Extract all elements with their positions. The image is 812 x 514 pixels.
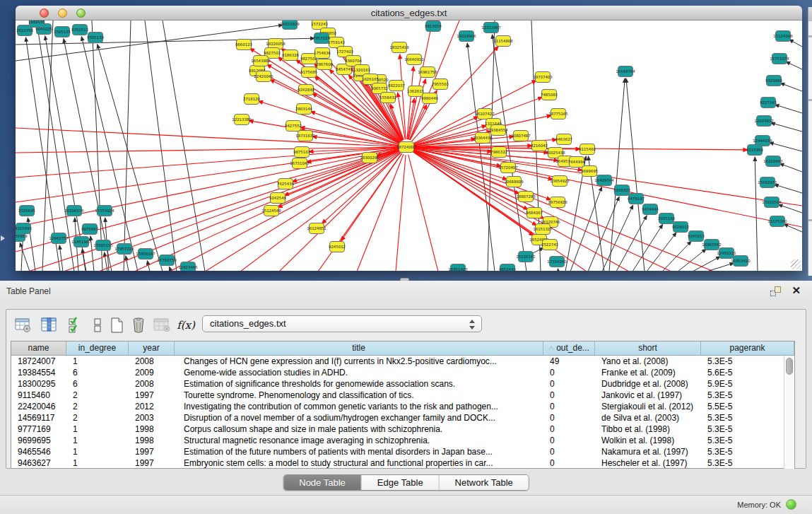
table-row[interactable]: 1456911722003Disruption of a novel membe… (11, 412, 794, 424)
graph-edge[interactable] (616, 216, 647, 271)
graph-edge[interactable] (98, 45, 163, 271)
column-header-pagerank[interactable]: pagerank (701, 341, 794, 356)
graph-node[interactable]: 15720407 (498, 163, 517, 173)
graph-edge[interactable] (90, 236, 94, 271)
graph-node[interactable]: 9115460 (579, 144, 596, 155)
graph-node[interactable]: 17016504 (762, 197, 782, 208)
graph-node[interactable]: 12923446 (178, 262, 198, 271)
column-header-out-de-[interactable]: out_de... (543, 341, 595, 356)
graph-node[interactable]: 9175685 (300, 67, 317, 78)
resize-grip-icon[interactable] (791, 259, 801, 269)
table-row[interactable]: 969969511998Structural magnetic resonanc… (11, 435, 794, 446)
graph-edge[interactable] (170, 151, 399, 271)
graph-node[interactable]: 1558432 (379, 93, 396, 103)
graph-node[interactable]: 18807293 (516, 192, 535, 202)
graph-node[interactable]: 2867608 (316, 59, 334, 70)
graph-node[interactable]: 11154808 (493, 36, 513, 47)
graph-edge[interactable] (396, 155, 406, 271)
graph-node[interactable]: 9245012 (329, 242, 346, 252)
graph-edge[interactable] (488, 21, 495, 271)
column-header-year[interactable]: year (129, 341, 175, 356)
graph-node[interactable]: 9463627 (555, 134, 572, 145)
tab-node-table[interactable]: Node Table (283, 475, 362, 490)
graph-node[interactable]: 18731632 (295, 131, 314, 141)
table-row[interactable]: 1938455462009Genome-wide association stu… (11, 367, 794, 378)
table-row[interactable]: 1872400712008Changes of HCN gene express… (11, 356, 794, 367)
graph-node[interactable]: 16782759 (157, 255, 177, 266)
close-panel-icon[interactable]: ✕ (792, 284, 801, 297)
graph-node[interactable]: 17957223 (114, 244, 134, 255)
graph-node[interactable]: 19756928 (548, 197, 567, 208)
graph-node[interactable]: 9245013 (688, 231, 705, 242)
graph-node[interactable]: 1362615 (407, 86, 424, 97)
graph-edge[interactable] (413, 151, 544, 218)
graph-node[interactable]: 6479197 (628, 194, 645, 204)
graph-edge[interactable] (357, 154, 404, 271)
graph-node[interactable]: 16543882 (251, 56, 270, 66)
graph-node[interactable]: 18300295 (360, 153, 379, 163)
delete-table-icon[interactable] (153, 315, 172, 335)
graph-node[interactable]: 7857224 (313, 33, 331, 44)
graph-node[interactable]: 7644994 (568, 157, 586, 168)
graph-node[interactable]: 1754636 (314, 48, 331, 59)
float-panel-icon[interactable] (770, 286, 781, 296)
graph-node[interactable]: 9875103 (293, 147, 310, 158)
table-row[interactable]: 2242004622012Investigating the contribut… (11, 401, 794, 412)
graph-edge[interactable] (786, 62, 802, 69)
network-graph[interactable]: 1872400786601231822605898275038912955165… (16, 21, 802, 271)
graph-edge[interactable] (770, 143, 802, 151)
new-table-icon[interactable] (107, 315, 127, 335)
graph-edge[interactable] (532, 247, 543, 253)
graph-node[interactable]: 13505135 (93, 240, 112, 251)
graph-edge[interactable] (775, 105, 802, 113)
graph-node[interactable]: 16107427 (475, 109, 494, 119)
graph-node[interactable]: 7485083 (541, 90, 558, 100)
graph-node[interactable]: 17359924 (95, 206, 114, 216)
graph-edge[interactable] (59, 245, 63, 271)
select-rows-icon[interactable] (66, 315, 86, 335)
graph-node[interactable]: 9505139 (87, 33, 105, 43)
graph-node-hub[interactable]: 18724007 (396, 142, 416, 153)
window-titlebar[interactable]: citations_edges.txt (16, 6, 802, 21)
graph-node[interactable]: 12942757 (49, 233, 68, 244)
graph-edge[interactable] (771, 123, 802, 132)
graph-edge[interactable] (16, 148, 399, 202)
graph-edge[interactable] (341, 153, 402, 241)
graph-node[interactable]: 8822037 (388, 81, 405, 91)
memory-status-indicator[interactable] (786, 499, 796, 510)
graph-edge[interactable] (755, 157, 758, 271)
graph-node[interactable]: 12213987 (481, 23, 500, 33)
graph-edge[interactable] (775, 185, 802, 193)
graph-edge[interactable] (609, 78, 625, 271)
table-row[interactable]: 977716911998Corpus callosum shape and si… (11, 424, 794, 435)
graph-edge[interactable] (588, 197, 619, 271)
graph-node[interactable]: 7986322 (490, 147, 507, 158)
graph-node[interactable]: 22420046 (254, 71, 273, 82)
graph-node[interactable]: 9329966 (765, 76, 783, 86)
graph-edge[interactable] (322, 152, 400, 223)
graph-edge[interactable] (126, 256, 129, 271)
graph-node[interactable]: 16953410 (731, 256, 751, 267)
graph-node[interactable]: 5938923 (613, 185, 630, 196)
graph-node[interactable]: 19384554 (488, 125, 508, 136)
graph-edge[interactable] (408, 155, 438, 271)
graph-node[interactable]: 15124098 (773, 31, 793, 42)
graph-node[interactable]: 16151327 (533, 224, 552, 235)
graph-node[interactable]: 19737403 (533, 72, 552, 83)
graph-edge[interactable] (170, 267, 171, 271)
graph-node[interactable]: 9684067 (526, 208, 543, 218)
graph-node[interactable]: 16124851 (307, 223, 326, 234)
graph-node[interactable]: 19218906 (457, 31, 476, 42)
scrollbar-thumb[interactable] (786, 358, 793, 375)
graph-node[interactable]: 16951403 (448, 264, 467, 271)
graph-node[interactable]: 10807487 (511, 131, 530, 141)
graph-node[interactable]: 2803144 (295, 104, 313, 115)
graph-edge[interactable] (249, 121, 399, 146)
graph-edge[interactable] (780, 83, 802, 91)
graph-node[interactable]: 8813054 (425, 21, 442, 32)
graph-node[interactable]: 15692971 (758, 177, 777, 188)
graph-node[interactable]: 18325419 (389, 42, 409, 53)
graph-node[interactable]: 15751074 (770, 54, 789, 64)
column-header-in-degree[interactable]: in_degree (66, 341, 129, 356)
function-builder-icon[interactable]: f(x) (176, 315, 196, 335)
